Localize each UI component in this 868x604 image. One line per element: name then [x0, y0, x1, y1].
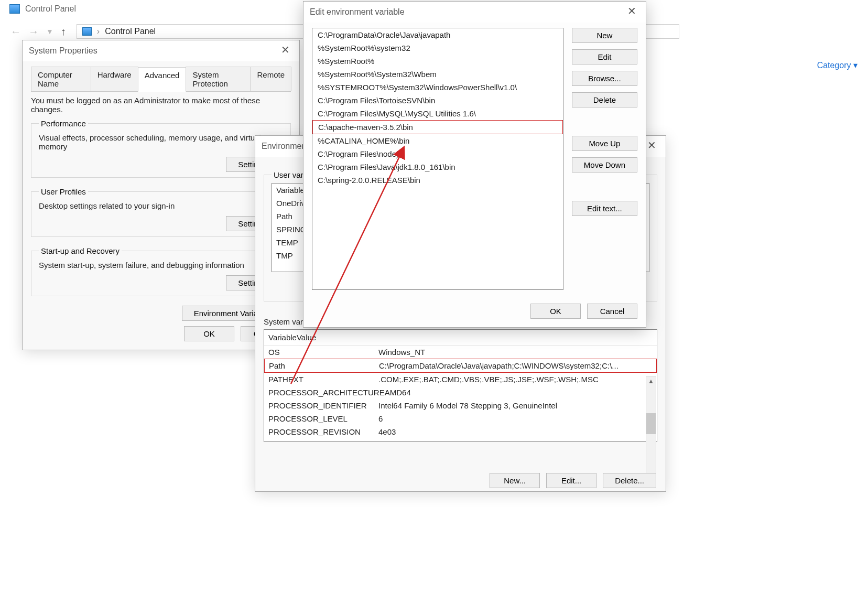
path-entry[interactable]: %SystemRoot%\System32\Wbem	[312, 68, 563, 81]
scroll-thumb[interactable]	[646, 413, 656, 434]
editpath-moveup-button[interactable]: Move Up	[572, 136, 637, 151]
sysvar-name: PROCESSOR_IDENTIFIER	[268, 401, 378, 410]
performance-legend: Performance	[39, 119, 88, 128]
edit-env-var-title: Edit environment variable	[310, 7, 405, 17]
tab-remote[interactable]: Remote	[250, 67, 291, 91]
path-entry[interactable]: C:\ProgramData\Oracle\Java\javapath	[312, 28, 563, 41]
path-entry[interactable]: %CATALINA_HOME%\bin	[312, 134, 563, 147]
sysvar-name: PATHEXT	[268, 375, 378, 384]
sysvar-name: Path	[269, 361, 379, 370]
editpath-ok-button[interactable]: OK	[530, 304, 581, 319]
sysvars-edit-button[interactable]: Edit...	[546, 473, 596, 488]
recent-chevron-icon[interactable]: ▼	[46, 27, 53, 36]
sysvar-row[interactable]: PathC:\ProgramData\Oracle\Java\javapath;…	[264, 359, 657, 373]
sysvars-delete-button[interactable]: Delete...	[603, 473, 656, 488]
path-entry[interactable]: C:\Program Files\nodejs\	[312, 147, 563, 160]
tab-hardware[interactable]: Hardware	[91, 67, 138, 91]
admin-note: You must be logged on as an Administrato…	[31, 96, 291, 114]
sysvar-row[interactable]: OSWindows_NT	[264, 346, 657, 359]
tab-system-protection[interactable]: System Protection	[186, 67, 251, 91]
sysvar-name: PROCESSOR_LEVEL	[268, 414, 378, 423]
sysvar-row[interactable]: PROCESSOR_LEVEL6	[264, 412, 657, 425]
user-profiles-legend: User Profiles	[39, 187, 88, 196]
performance-desc: Visual effects, processor scheduling, me…	[39, 133, 283, 151]
tab-computer-name[interactable]: Computer Name	[31, 67, 91, 91]
control-panel-icon	[9, 4, 20, 14]
path-entries-list[interactable]: C:\ProgramData\Oracle\Java\javapath%Syst…	[312, 28, 563, 290]
scrollbar[interactable]: ▲ ▼	[646, 376, 656, 481]
sysvars-new-button[interactable]: New...	[490, 473, 540, 488]
performance-group: Performance Visual effects, processor sc…	[31, 119, 291, 178]
path-entry[interactable]: C:\Program Files\MySQL\MySQL Utilities 1…	[312, 107, 563, 120]
sysvar-name: PROCESSOR_ARCHITECTURE	[268, 388, 385, 397]
path-entry[interactable]: C:\Program Files\TortoiseSVN\bin	[312, 94, 563, 107]
path-entry[interactable]: %SystemRoot%\system32	[312, 41, 563, 55]
path-entry[interactable]: C:\Program Files\Java\jdk1.8.0_161\bin	[312, 160, 563, 174]
path-entry[interactable]: %SystemRoot%	[312, 55, 563, 68]
sysvar-value: 6	[378, 414, 653, 423]
back-arrow-icon[interactable]: ←	[10, 26, 21, 38]
chevron-right-icon: ›	[97, 27, 100, 36]
breadcrumb-text: Control Panel	[105, 27, 156, 36]
editpath-movedown-button[interactable]: Move Down	[572, 157, 637, 172]
view-by-dropdown[interactable]: Category ▾	[817, 60, 858, 70]
editpath-edittext-button[interactable]: Edit text...	[572, 201, 637, 216]
sysvar-row[interactable]: PROCESSOR_IDENTIFIERIntel64 Family 6 Mod…	[264, 399, 657, 412]
forward-arrow-icon[interactable]: →	[28, 26, 39, 38]
sysvar-value: .COM;.EXE;.BAT;.CMD;.VBS;.VBE;.JS;.JSE;.…	[378, 375, 653, 384]
editpath-cancel-button[interactable]: Cancel	[587, 304, 637, 319]
sysvar-value: Intel64 Family 6 Model 78 Stepping 3, Ge…	[378, 401, 653, 410]
close-icon[interactable]: ✕	[276, 44, 295, 56]
sysvar-name: PROCESSOR_REVISION	[268, 427, 378, 436]
system-variables-list[interactable]: Variable Value OSWindows_NTPathC:\Progra…	[264, 329, 657, 442]
user-profiles-desc: Desktop settings related to your sign-in	[39, 201, 283, 210]
scroll-up-icon[interactable]: ▲	[648, 378, 654, 385]
startup-group: Start-up and Recovery System start-up, s…	[31, 246, 291, 296]
sysvar-value: AMD64	[385, 388, 653, 397]
system-properties-title: System Properties	[29, 46, 97, 56]
user-profiles-group: User Profiles Desktop settings related t…	[31, 187, 291, 237]
sysprop-ok-button[interactable]: OK	[184, 326, 234, 341]
sysvar-row[interactable]: PATHEXT.COM;.EXE;.BAT;.CMD;.VBS;.VBE;.JS…	[264, 373, 657, 386]
path-entry[interactable]: C:\apache-maven-3.5.2\bin	[312, 120, 563, 134]
breadcrumb-icon	[82, 27, 92, 36]
sysvar-value: C:\ProgramData\Oracle\Java\javapath;C:\W…	[379, 361, 652, 370]
editpath-new-button[interactable]: New	[572, 28, 637, 43]
close-icon[interactable]: ✕	[622, 5, 642, 17]
up-arrow-icon[interactable]: ↑	[61, 26, 66, 38]
sysvar-header-value: Value	[297, 333, 316, 342]
path-entry[interactable]: C:\spring-2.0.0.RELEASE\bin	[312, 174, 563, 187]
startup-desc: System start-up, system failure, and deb…	[39, 261, 283, 269]
sysvar-row[interactable]: PROCESSOR_REVISION4e03	[264, 425, 657, 438]
editpath-browse-button[interactable]: Browse...	[572, 71, 637, 86]
sysvar-header-variable: Variable	[268, 333, 297, 342]
editpath-delete-button[interactable]: Delete	[572, 92, 637, 107]
startup-legend: Start-up and Recovery	[39, 246, 122, 255]
sysvar-value: 4e03	[378, 427, 653, 436]
sysvar-name: OS	[268, 348, 378, 357]
explorer-title: Control Panel	[25, 4, 76, 14]
editpath-edit-button[interactable]: Edit	[572, 49, 637, 64]
path-entry[interactable]: %SYSTEMROOT%\System32\WindowsPowerShell\…	[312, 81, 563, 94]
chevron-down-icon: ▾	[853, 61, 858, 70]
edit-env-var-titlebar: Edit environment variable ✕	[303, 2, 646, 23]
system-properties-tabs: Computer Name Hardware Advanced System P…	[31, 67, 291, 92]
edit-env-var-window: Edit environment variable ✕ C:\ProgramDa…	[303, 1, 646, 328]
sysvar-value: Windows_NT	[378, 348, 653, 357]
tab-advanced[interactable]: Advanced	[138, 67, 187, 92]
system-properties-titlebar: System Properties ✕	[23, 40, 299, 61]
sysvar-row[interactable]: PROCESSOR_ARCHITECTUREAMD64	[264, 386, 657, 399]
